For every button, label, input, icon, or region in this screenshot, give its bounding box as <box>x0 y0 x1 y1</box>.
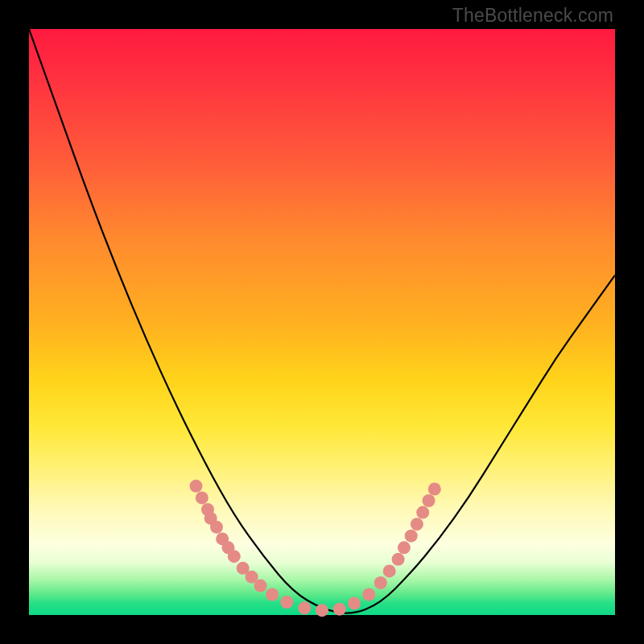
curve-marker <box>405 530 418 543</box>
curve-marker <box>298 601 311 614</box>
curve-marker <box>362 588 375 601</box>
chart-container: TheBottleneck.com <box>0 0 644 644</box>
curve-marker <box>428 483 441 496</box>
curve-marker <box>374 576 387 589</box>
curve-marker <box>196 491 208 504</box>
curve-marker <box>392 553 405 566</box>
curve-marker <box>333 603 346 616</box>
watermark-text: TheBottleneck.com <box>452 5 613 27</box>
curve-marker <box>316 604 328 617</box>
curve-marker <box>228 550 241 563</box>
curve-marker <box>266 588 279 601</box>
curve-marker <box>423 494 436 507</box>
curve-marker <box>210 521 223 534</box>
curve-marker <box>398 541 411 554</box>
curve-marker <box>411 518 423 530</box>
curve-marker <box>383 564 396 577</box>
curve-marker <box>254 580 267 592</box>
curve-markers <box>190 480 441 617</box>
curve-svg <box>29 29 615 615</box>
curve-marker <box>280 596 293 609</box>
curve-marker <box>348 597 361 609</box>
curve-marker <box>190 480 203 493</box>
bottleneck-curve <box>29 29 615 613</box>
plot-area <box>29 29 615 615</box>
curve-marker <box>416 506 429 519</box>
